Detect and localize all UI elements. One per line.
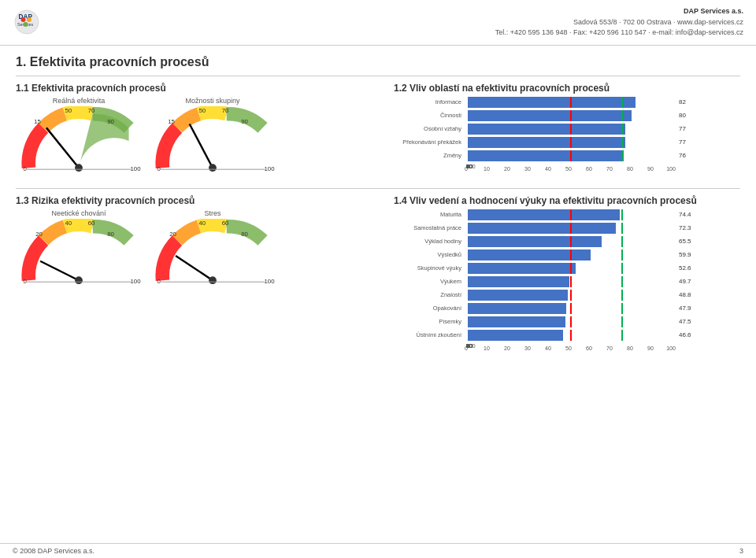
green-line	[621, 263, 623, 274]
header: DAP Services DAP Services a.s. Sadová 55…	[0, 0, 756, 46]
svg-text:90: 90	[241, 117, 248, 124]
svg-text:70: 70	[222, 106, 229, 113]
bar-label: Maturita	[394, 211, 465, 218]
bar-label: Samostatná práce	[394, 224, 465, 231]
svg-line-30	[40, 261, 79, 279]
bar-value: 65.5	[676, 238, 701, 245]
svg-line-12	[46, 127, 79, 168]
bar-row: Osobní vztahy 77	[394, 124, 740, 135]
gauge3-label: Neetické chování	[51, 209, 106, 217]
bar-value: 76	[676, 152, 701, 159]
svg-point-22	[209, 164, 217, 172]
green-line	[621, 137, 623, 148]
green-line	[621, 330, 623, 341]
bar-label: Výsledků	[394, 251, 465, 258]
gauge3-container: Neetické chování 0 20 40 60 80	[16, 209, 142, 288]
bar-label: Opakování	[394, 305, 465, 312]
bar-row: Znalostí 48.8	[394, 290, 740, 301]
green-line	[621, 209, 623, 220]
red-line	[570, 223, 572, 234]
bar-fill	[468, 303, 566, 314]
bar-fill	[468, 263, 576, 274]
bar-fill	[468, 276, 569, 287]
svg-point-40	[209, 276, 217, 284]
bar-value: 80	[676, 112, 701, 119]
bar-value: 52.6	[676, 264, 701, 272]
bar-row: Překonávání překážek 77	[394, 137, 740, 148]
red-line	[570, 124, 572, 135]
svg-point-13	[75, 164, 83, 172]
section2-panel: 1.2 Vliv oblastí na efektivitu pracovníc…	[394, 83, 740, 176]
red-line	[570, 276, 572, 287]
green-line	[621, 249, 623, 261]
svg-text:100: 100	[265, 165, 276, 172]
green-line	[621, 223, 623, 234]
green-line	[621, 316, 623, 327]
bar-label: Osobní vztahy	[394, 125, 465, 132]
bar-label: Ústními zkoušení	[394, 331, 465, 338]
axis-row: 0102030405060708090100	[466, 166, 671, 176]
bar-label: Znalostí	[394, 291, 465, 298]
bar-row: Výukem 49.7	[394, 276, 740, 287]
svg-text:60: 60	[222, 219, 229, 226]
bar-label: Činnosti	[394, 112, 465, 119]
top-row: 1.1 Efektivita pracovních procesů Reálná…	[16, 83, 740, 176]
bar-row: Skupinové výuky 52.6	[394, 263, 740, 274]
section2-title: 1.2 Vliv oblastí na efektivitu pracovníc…	[394, 83, 740, 94]
bar-label: Písemky	[394, 318, 465, 325]
bar-label: Výklad hodiny	[394, 238, 465, 245]
green-line	[621, 236, 623, 247]
bar-value: 48.8	[676, 291, 701, 298]
bar-fill	[468, 249, 591, 261]
section1-panel: 1.1 Efektivita pracovních procesů Reálná…	[16, 83, 378, 176]
footer-copyright: © 2008 DAP Services a.s.	[13, 547, 94, 555]
bar-row: Maturita 74.4	[394, 209, 740, 220]
bar-label: Skupinové výuky	[394, 264, 465, 272]
red-line	[570, 209, 572, 220]
green-line	[621, 124, 623, 135]
bar-label: Informace	[394, 98, 465, 105]
section4-chart: Maturita 74.4 Samostatná práce 72.3 Výkl…	[394, 209, 740, 355]
gauge2-container: Možnosti skupiny 0 15 50 70 90	[150, 97, 276, 176]
footer-page: 3	[739, 547, 743, 555]
logo-area: DAP Services	[13, 6, 60, 38]
bar-fill	[468, 236, 602, 247]
bar-value: 72.3	[676, 224, 701, 231]
gauge1-label: Reálná efektivita	[53, 97, 106, 105]
svg-line-21	[190, 124, 213, 168]
gauge4-label: Stres	[204, 209, 220, 217]
svg-point-4	[27, 17, 32, 22]
svg-text:20: 20	[35, 230, 43, 237]
bar-value: 47.9	[676, 305, 701, 312]
section4-title: 1.4 Vliv vedení a hodnocení výuky na efe…	[394, 195, 740, 206]
svg-text:0: 0	[24, 165, 28, 172]
bar-value: 74.4	[676, 211, 701, 218]
svg-text:60: 60	[88, 219, 95, 226]
bar-value: 82	[676, 98, 701, 105]
bar-row: Výsledků 59.9	[394, 249, 740, 261]
bar-row: Změny 76	[394, 150, 740, 161]
gauge1-svg: 0 15 50 70 90 100	[16, 106, 142, 176]
svg-text:15: 15	[34, 117, 41, 124]
red-line	[570, 316, 572, 327]
gauge1-wrapper: 0 15 50 70 90 100	[16, 106, 142, 176]
header-contact: DAP Services a.s. Sadová 553/8 · 702 00 …	[495, 6, 743, 39]
svg-text:0: 0	[158, 165, 161, 172]
red-line	[570, 303, 572, 314]
bar-value: 46.6	[676, 331, 701, 338]
bar-row: Opakování 47.9	[394, 303, 740, 314]
svg-point-31	[75, 276, 83, 284]
section4-panel: 1.4 Vliv vedení a hodnocení výuky na efe…	[394, 195, 740, 355]
bar-value: 59.9	[676, 251, 701, 258]
green-line	[621, 276, 623, 287]
red-line	[570, 150, 572, 161]
divider	[16, 76, 740, 76]
red-line	[570, 249, 572, 261]
svg-line-39	[176, 255, 213, 279]
bar-value: 77	[676, 139, 701, 146]
section3-gauges: Neetické chování 0 20 40 60 80	[16, 209, 378, 288]
bottom-row: 1.3 Rizika efektivity pracovních procesů…	[16, 195, 740, 355]
gauge4-svg: 0 20 40 60 80 100	[150, 219, 276, 288]
bar-chart-1: Informace 82 Činnosti 80 Osobní vztahy	[394, 97, 740, 176]
green-line	[621, 110, 623, 121]
